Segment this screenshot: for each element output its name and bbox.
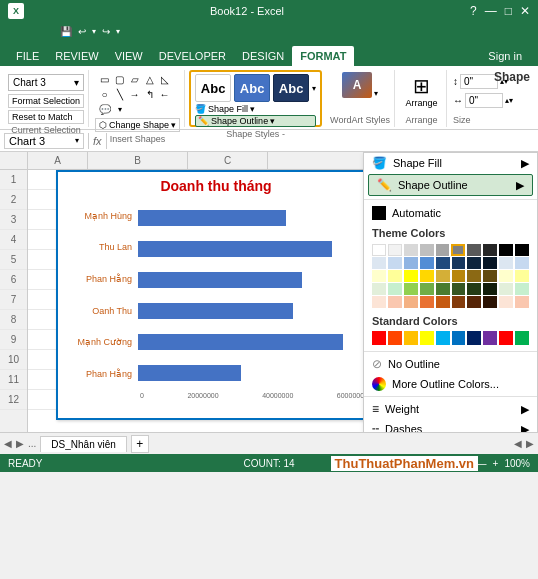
std-yellow[interactable] bbox=[420, 331, 434, 345]
callout-icon[interactable]: 💬 bbox=[98, 102, 112, 116]
shape-outline-panel: 🪣 Shape Fill ▶ ✏️ Shape Outline ▶ Automa… bbox=[363, 152, 538, 432]
std-blue[interactable] bbox=[452, 331, 466, 345]
panel-fill-icon: 🪣 bbox=[372, 156, 387, 170]
ts-9[interactable] bbox=[515, 244, 529, 256]
current-selection-dropdown[interactable]: Chart 3 ▾ bbox=[8, 74, 84, 91]
ts-6[interactable] bbox=[467, 244, 481, 256]
automatic-swatch bbox=[372, 206, 386, 220]
change-shape-btn[interactable]: ⬡ Change Shape ▾ bbox=[95, 118, 180, 132]
zoom-in-icon[interactable]: + bbox=[493, 458, 499, 469]
panel-more-colors-item[interactable]: More Outline Colors... bbox=[364, 374, 537, 394]
parallelogram-icon[interactable]: ▱ bbox=[128, 72, 142, 86]
scroll-left-icon[interactable]: ◀ bbox=[4, 438, 12, 449]
current-selection-label: Current Selection bbox=[8, 125, 84, 135]
watermark: ThuThuatPhanMem.vn bbox=[331, 456, 478, 471]
save-icon[interactable]: 💾 bbox=[60, 26, 72, 37]
panel-outline-arrow-icon: ▶ bbox=[516, 179, 524, 192]
shape-fill-arrow-icon: ▾ bbox=[250, 104, 255, 114]
ts-2[interactable] bbox=[404, 244, 418, 256]
sign-in-btn[interactable]: Sign in bbox=[480, 46, 530, 66]
std-orange-red[interactable] bbox=[388, 331, 402, 345]
rounded-rect-icon[interactable]: ▢ bbox=[113, 72, 127, 86]
rectangle-icon[interactable]: ▭ bbox=[98, 72, 112, 86]
panel-no-outline-item[interactable]: ⊘ No Outline bbox=[364, 354, 537, 374]
panel-weight-item[interactable]: ≡ Weight ▶ bbox=[364, 399, 537, 419]
panel-dashes-item[interactable]: ╌ Dashes ▶ bbox=[364, 419, 537, 432]
abc-btn-1[interactable]: Abc bbox=[195, 74, 231, 102]
redo-icon[interactable]: ↪ bbox=[102, 26, 110, 37]
sheet-tab[interactable]: DS_Nhân viên bbox=[40, 436, 126, 452]
formula-input[interactable] bbox=[111, 135, 534, 147]
tab-file[interactable]: FILE bbox=[8, 46, 47, 66]
bottom-area: ◀ ▶ ... DS_Nhân viên + ◀ ▶ bbox=[0, 432, 538, 454]
wordart-more-btn[interactable]: ▾ bbox=[374, 89, 378, 98]
title-bar-left: X bbox=[8, 3, 24, 19]
width-icon: ↔ bbox=[453, 95, 463, 106]
styles-dropdown-btn[interactable]: ▾ bbox=[312, 84, 316, 93]
standard-colors-label: Standard Colors bbox=[364, 311, 537, 329]
width-arrow-icon[interactable]: ▴▾ bbox=[505, 96, 513, 105]
reset-match-btn[interactable]: Reset to Match bbox=[8, 110, 84, 124]
chart-container[interactable]: Doanh thu tháng Mạnh Hùng Thu Lan Phan H… bbox=[56, 170, 376, 420]
tab-developer[interactable]: DEVELOPER bbox=[151, 46, 234, 66]
std-dark-blue[interactable] bbox=[467, 331, 481, 345]
shape-fill-btn[interactable]: 🪣 Shape Fill ▾ bbox=[195, 104, 316, 114]
undo-dropdown-icon[interactable]: ▾ bbox=[92, 27, 96, 36]
triangle-icon[interactable]: △ bbox=[143, 72, 157, 86]
add-sheet-btn[interactable]: + bbox=[131, 435, 149, 453]
tab-review[interactable]: REVIEW bbox=[47, 46, 106, 66]
abc-btn-2[interactable]: Abc bbox=[234, 74, 270, 102]
close-btn[interactable]: ✕ bbox=[520, 4, 530, 18]
maximize-btn[interactable]: □ bbox=[505, 4, 512, 18]
title-bar: X Book12 - Excel ? — □ ✕ bbox=[0, 0, 538, 22]
nav-prev-icon[interactable]: ◀ bbox=[514, 438, 522, 449]
std-extra-2[interactable] bbox=[515, 331, 529, 345]
width-input[interactable] bbox=[465, 93, 503, 108]
format-selection-btn[interactable]: Format Selection bbox=[8, 94, 84, 108]
wordart-abc-1[interactable]: A bbox=[342, 72, 372, 98]
shape-styles-group: Abc Abc Abc ▾ 🪣 Shape Fill ▾ ✏️ Shape Ou… bbox=[189, 70, 322, 127]
abc-btn-3[interactable]: Abc bbox=[273, 74, 309, 102]
tab-view[interactable]: VIEW bbox=[107, 46, 151, 66]
scroll-right-icon[interactable]: ▶ bbox=[16, 438, 24, 449]
theme-colors-label: Theme Colors bbox=[364, 223, 537, 241]
std-red[interactable] bbox=[372, 331, 386, 345]
ts-4[interactable] bbox=[436, 244, 450, 256]
row-num-1: 1 bbox=[0, 170, 27, 190]
right-triangle-icon[interactable]: ◺ bbox=[158, 72, 172, 86]
minimize-btn[interactable]: — bbox=[485, 4, 497, 18]
ts-0[interactable] bbox=[372, 244, 386, 256]
oval-icon[interactable]: ○ bbox=[98, 87, 112, 101]
bent-arrow-icon[interactable]: ↰ bbox=[143, 87, 157, 101]
abc-buttons-row: Abc Abc Abc ▾ bbox=[195, 74, 316, 102]
panel-shape-outline-btn[interactable]: ✏️ Shape Outline ▶ bbox=[368, 174, 533, 196]
panel-fill-arrow-icon: ▶ bbox=[521, 157, 529, 170]
undo-icon[interactable]: ↩ bbox=[78, 26, 86, 37]
ts-7[interactable] bbox=[483, 244, 497, 256]
panel-automatic-item[interactable]: Automatic bbox=[364, 203, 537, 223]
std-extra-1[interactable] bbox=[499, 331, 513, 345]
std-orange[interactable] bbox=[404, 331, 418, 345]
namebox-arrow-icon: ▾ bbox=[75, 136, 79, 145]
line-icon[interactable]: ╲ bbox=[113, 87, 127, 101]
tab-design[interactable]: DESIGN bbox=[234, 46, 292, 66]
help-btn[interactable]: ? bbox=[470, 4, 477, 18]
std-purple[interactable] bbox=[483, 331, 497, 345]
std-light-blue[interactable] bbox=[436, 331, 450, 345]
customize-qat-icon[interactable]: ▾ bbox=[116, 27, 120, 36]
chart-bar-2 bbox=[138, 272, 302, 288]
ts-1[interactable] bbox=[388, 244, 402, 256]
more-shapes-icon[interactable]: ▾ bbox=[113, 102, 127, 116]
ts-5[interactable] bbox=[451, 244, 465, 256]
ts-3[interactable] bbox=[420, 244, 434, 256]
arrange-btn[interactable]: ⊞ Arrange bbox=[403, 72, 439, 110]
height-input[interactable] bbox=[460, 74, 498, 89]
shape-outline-btn[interactable]: ✏️ Shape Outline ▾ bbox=[195, 115, 316, 127]
weight-arrow-icon: ▶ bbox=[521, 403, 529, 416]
nav-next-icon[interactable]: ▶ bbox=[526, 438, 534, 449]
panel-shape-fill-btn[interactable]: 🪣 Shape Fill ▶ bbox=[364, 153, 537, 173]
ts-8[interactable] bbox=[499, 244, 513, 256]
left-arrow-icon[interactable]: ← bbox=[158, 87, 172, 101]
arrow-icon[interactable]: → bbox=[128, 87, 142, 101]
tab-format[interactable]: FORMAT bbox=[292, 46, 354, 66]
